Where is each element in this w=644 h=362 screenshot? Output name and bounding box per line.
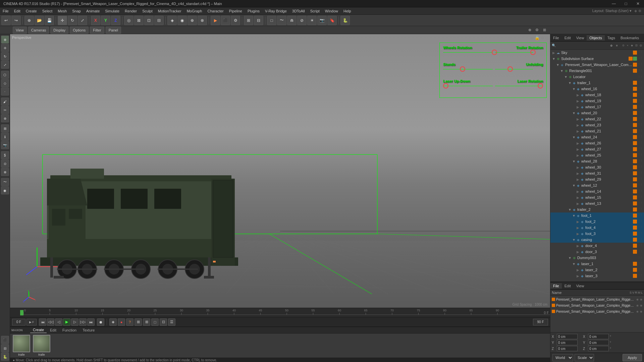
menu-mograph[interactable]: MoGraph (184, 8, 205, 14)
vp-icon3[interactable]: ⊞ (541, 27, 547, 33)
rp-tab-view[interactable]: View (574, 35, 587, 41)
tree-item-wheel_14[interactable]: ▶◆wheel_14⋮⋮ (550, 188, 644, 194)
pb-icon8[interactable]: ☰ (168, 318, 175, 326)
vp-settings-icon[interactable]: ⚙ (541, 36, 544, 40)
tree-expand-wheel_27[interactable]: ▶ (576, 147, 580, 151)
current-frame-input[interactable] (12, 319, 25, 325)
ls-magnet-btn[interactable]: ⊛ (1, 114, 9, 122)
pb-to-start-btn[interactable]: ⏮ (39, 318, 46, 326)
vp-fullscreen-icon[interactable]: ⊡ (545, 36, 549, 40)
timeline-ruler[interactable]: 0 5 10 15 20 25 30 35 (10, 308, 550, 317)
spline-btn[interactable]: 〜 (277, 16, 286, 25)
tree-item-dummy003[interactable]: ▼⊕Dummy003⋮⋮ (550, 255, 644, 261)
tree-expand-wheel_14[interactable]: ▶ (576, 189, 580, 193)
hud-circle-stands[interactable] (460, 66, 465, 72)
x-axis-btn[interactable]: X (91, 16, 100, 25)
tab-texture[interactable]: Texture (80, 327, 97, 333)
menu-window[interactable]: Window (322, 8, 341, 14)
ls-edge-btn[interactable]: ◇ (1, 79, 9, 87)
ls-fx2-btn[interactable]: ⊙ (1, 160, 9, 168)
tree-expand-wheel_24[interactable]: ▼ (572, 135, 576, 139)
menu-script[interactable]: Script (308, 8, 322, 14)
pb-to-end-btn[interactable]: ⏭ (87, 318, 95, 326)
z-axis-btn[interactable]: Z (111, 16, 120, 25)
tree-expand-laser_2[interactable]: ▶ (576, 268, 580, 272)
tree-expand-locator[interactable]: ▼ (564, 75, 568, 79)
scale-tool-btn[interactable]: ⤢ (78, 16, 87, 25)
layout-label[interactable]: Layout: Startup (User) ▾ (592, 9, 632, 13)
ls-info-btn[interactable]: ℹ (1, 133, 9, 141)
obj-row-3[interactable]: Peresvet_Smart_Weapon_Laser_Complex_Rigg… (550, 308, 644, 314)
material-thumb-1[interactable]: traile (13, 335, 30, 356)
rb-tab-view[interactable]: View (574, 283, 587, 289)
pos-x-input[interactable] (557, 334, 578, 339)
pb-prev-frame-btn[interactable]: ◁ (55, 318, 62, 326)
menu-edit[interactable]: Edit (11, 8, 23, 14)
tree-expand-wheel_26[interactable]: ▶ (576, 141, 580, 145)
tree-item-wheel_19[interactable]: ▶◆wheel_19⋮⋮ (550, 98, 644, 104)
vp-expand-icon[interactable]: ⊞ (530, 36, 534, 40)
nurbs-btn[interactable]: ⋒ (287, 16, 297, 25)
pb-play-btn[interactable]: ▶ (63, 318, 70, 326)
rp-icon2[interactable]: ≡ (614, 43, 619, 48)
tree-item-trailer_2[interactable]: ▼◆trailer_2⋮⋮ (550, 206, 644, 213)
tree-expand-wheel_19[interactable]: ▶ (576, 99, 580, 103)
tree-item-laser_2[interactable]: ▶◆laser_2⋮⋮ (550, 267, 644, 273)
tree-item-wheel_28[interactable]: ▼◆wheel_28⋮⋮ (550, 158, 644, 164)
objects-list[interactable]: Peresvet_Smart_Weapon_Laser_Complex_Rigg… (550, 296, 644, 332)
vp-panel-menu[interactable]: Panel (106, 26, 121, 34)
viewport[interactable]: Perspective ⊞ 🔒 ⚙ ⊡ Wheels Rotation Trai… (10, 34, 550, 308)
tree-expand-wheel_20[interactable]: ▼ (572, 111, 576, 115)
tree-item-wheel_16[interactable]: ▼◆wheel_16⋮⋮ (550, 86, 644, 92)
ls-fx1-btn[interactable]: $ (1, 151, 9, 159)
maximize-btn[interactable]: □ (620, 0, 632, 7)
apply-btn[interactable]: Apply (623, 354, 642, 361)
menu-plugins[interactable]: Plugins (245, 8, 262, 14)
hud-circle-unfolding[interactable] (507, 66, 513, 72)
python-btn[interactable]: 🐍 (340, 16, 350, 25)
tree-expand-wheel_16[interactable]: ▼ (572, 87, 576, 91)
tree-expand-wheel_22[interactable]: ▶ (576, 117, 580, 121)
tool8-btn[interactable]: ⊗ (198, 16, 207, 25)
tree-item-wheel_31[interactable]: ▶◆wheel_31⋮⋮ (550, 170, 644, 176)
tree-expand-trailer_2[interactable]: ▼ (568, 207, 572, 212)
ls-camera-btn[interactable]: 📷 (1, 141, 9, 149)
tree-item-trailer_1[interactable]: ▼◆trailer_1⋮⋮ (550, 80, 644, 86)
tree-expand-foot_3[interactable]: ▶ (576, 232, 580, 236)
tree-expand-foot_4[interactable]: ▶ (576, 226, 580, 230)
tree-item-foot_1[interactable]: ▼◆foot_1⋮⋮ (550, 213, 644, 219)
ls-texture-btn[interactable]: ⬛ (1, 336, 9, 344)
menu-render[interactable]: Render (122, 8, 140, 14)
ls-fx3-btn[interactable]: ⊗ (1, 168, 9, 176)
tree-item-wheel_21[interactable]: ▶◆wheel_21⋮⋮ (550, 128, 644, 134)
ls-handle-btn[interactable]: ◉ (1, 186, 9, 194)
rp-tab-objects[interactable]: Objects (587, 35, 604, 41)
snap2-btn[interactable]: ⊟ (254, 16, 263, 25)
rp-tab-edit[interactable]: Edit (562, 35, 574, 41)
tool1-btn[interactable]: ◎ (124, 16, 133, 25)
tree-expand-casing[interactable]: ▼ (572, 238, 576, 242)
tab-edit[interactable]: Edit (47, 327, 59, 333)
tree-item-locator[interactable]: ▼⊕Locator⋮⋮ (550, 74, 644, 80)
record-area[interactable]: ▶ F (26, 319, 37, 325)
new-scene-btn[interactable]: ⊕ (24, 16, 34, 25)
deformer-btn[interactable]: ⊘ (297, 16, 307, 25)
menu-select[interactable]: Select (40, 8, 55, 14)
primitive-btn[interactable]: □ (267, 16, 276, 25)
hud-circle-laser-ud[interactable] (443, 83, 448, 88)
tree-item-casing[interactable]: ▼◆casing⋮⋮ (550, 237, 644, 243)
rb-tab-file[interactable]: File (550, 283, 562, 289)
hud-circle-trailer[interactable] (530, 50, 536, 55)
tab-create[interactable]: Create (30, 327, 47, 333)
move-tool-btn[interactable]: ✛ (58, 16, 67, 25)
tree-item-sky[interactable]: ▶☁Sky⋮⋮ (550, 50, 644, 56)
tree-expand-wheel_18[interactable]: ▶ (576, 93, 580, 97)
vp-display-menu[interactable]: Display (50, 26, 68, 34)
undo-btn[interactable]: ↩ (1, 16, 11, 25)
tree-expand-wheel_15[interactable]: ▶ (576, 195, 580, 199)
ls-point-btn[interactable]: · (1, 87, 9, 96)
tree-expand-wheel_25[interactable]: ▶ (576, 153, 580, 157)
tree-item-wheel_13[interactable]: ▶◆wheel_13⋮⋮ (550, 200, 644, 206)
vp-cameras-menu[interactable]: Cameras (28, 26, 49, 34)
pb-record-btn[interactable]: ⏺ (97, 318, 104, 326)
